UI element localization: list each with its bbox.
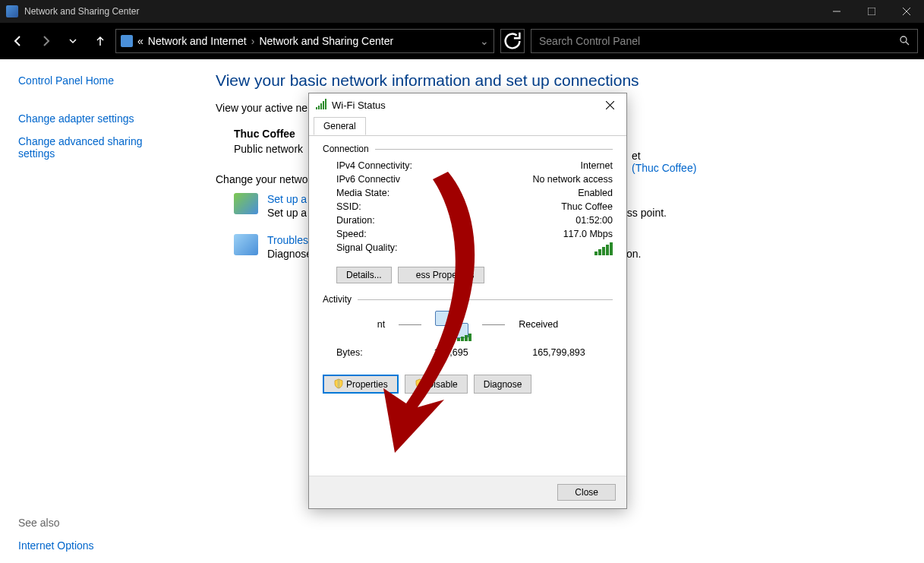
search-icon xyxy=(899,35,910,48)
speed-label: Speed: xyxy=(336,229,563,239)
close-dialog-button[interactable]: Close xyxy=(557,484,616,501)
location-icon xyxy=(121,35,133,47)
signal-value xyxy=(594,242,613,258)
setup-link[interactable]: Set up a xyxy=(267,193,307,205)
sidebar-home[interactable]: Control Panel Home xyxy=(18,74,179,87)
svg-rect-9 xyxy=(323,101,324,109)
up-button[interactable] xyxy=(88,29,112,53)
svg-rect-10 xyxy=(325,99,326,109)
ssid-value: Thuc Coffee xyxy=(561,201,613,212)
properties-button[interactable]: Properties xyxy=(323,375,399,394)
svg-rect-1 xyxy=(868,8,875,15)
setup-desc: Set up a xyxy=(267,207,307,219)
svg-rect-7 xyxy=(318,106,320,109)
app-icon xyxy=(6,5,18,17)
wifi-status-dialog: Wi-Fi Status General Connection IPv4 Con… xyxy=(308,93,627,509)
search-input[interactable]: Search Control Panel xyxy=(531,29,918,53)
bytes-received: 165,799,893 xyxy=(505,347,613,358)
wireless-properties-button[interactable]: Wess Properties xyxy=(398,267,484,283)
svg-rect-6 xyxy=(316,107,317,109)
sent-label: nt xyxy=(377,319,385,330)
tab-general[interactable]: General xyxy=(314,117,366,135)
signal-bars-small-icon xyxy=(457,334,471,341)
received-label: Received xyxy=(519,319,558,330)
troubleshoot-desc-tail: on. xyxy=(626,248,641,260)
troubleshoot-link[interactable]: Troubles xyxy=(267,234,308,246)
signal-bars-icon xyxy=(594,242,613,255)
dialog-title: Wi-Fi Status xyxy=(332,100,599,111)
close-button[interactable] xyxy=(889,0,924,23)
duration-value: 01:52:00 xyxy=(576,215,613,226)
setup-desc-tail: ess point. xyxy=(621,207,667,219)
wifi-icon xyxy=(315,99,327,111)
ipv4-label: IPv4 Connectivity: xyxy=(336,160,581,171)
breadcrumb-sep: › xyxy=(251,35,255,47)
window-title: Network and Sharing Center xyxy=(24,6,819,17)
signal-label: Signal Quality: xyxy=(336,242,594,258)
ipv4-value: Internet xyxy=(581,160,613,171)
disable-button[interactable]: Disable xyxy=(405,375,468,394)
bytes-label: Bytes: xyxy=(336,347,397,358)
setup-icon xyxy=(234,193,258,214)
activity-row: nt Received xyxy=(323,311,613,338)
back-button[interactable] xyxy=(6,29,30,53)
minimize-button[interactable] xyxy=(819,0,854,23)
duration-label: Duration: xyxy=(336,215,576,226)
dialog-titlebar: Wi-Fi Status xyxy=(309,93,626,116)
media-label: Media State: xyxy=(336,188,578,198)
troubleshoot-icon xyxy=(234,234,258,255)
ipv6-label: IPv6 Connectiv xyxy=(336,174,532,185)
see-also-label: See also xyxy=(18,517,179,529)
connection-group: Connection xyxy=(323,144,613,154)
ssid-label: SSID: xyxy=(336,201,561,212)
chevron-down-icon[interactable]: ⌄ xyxy=(480,35,489,47)
window-titlebar: Network and Sharing Center xyxy=(0,0,924,23)
breadcrumb-1[interactable]: Network and Internet xyxy=(148,35,247,47)
refresh-button[interactable] xyxy=(500,29,525,53)
shield-icon xyxy=(333,378,344,389)
connections-fragment: et (Thuc Coffee) xyxy=(632,150,696,174)
address-bar[interactable]: « Network and Internet › Network and Sha… xyxy=(115,29,494,53)
sidebar-advanced[interactable]: Change advanced sharing settings xyxy=(18,135,179,160)
search-placeholder: Search Control Panel xyxy=(539,35,640,47)
svg-point-4 xyxy=(900,36,907,43)
dialog-close-button[interactable] xyxy=(599,94,620,115)
recent-dropdown[interactable] xyxy=(61,29,85,53)
details-button[interactable]: Details... xyxy=(336,267,392,283)
dialog-body: Connection IPv4 Connectivity:Internet IP… xyxy=(309,136,626,403)
shield-icon xyxy=(415,378,425,389)
breadcrumb-prefix: « xyxy=(137,35,143,47)
forward-button[interactable] xyxy=(33,29,58,53)
maximize-button[interactable] xyxy=(854,0,889,23)
sidebar-inet-options[interactable]: Internet Options xyxy=(18,539,179,552)
media-value: Enabled xyxy=(578,188,613,198)
page-heading: View your basic network information and … xyxy=(216,71,906,90)
dialog-footer: Close xyxy=(309,476,626,508)
svg-rect-8 xyxy=(320,103,322,109)
toolbar: « Network and Internet › Network and Sha… xyxy=(0,23,924,59)
ipv6-value: No network access xyxy=(532,174,613,185)
bytes-sent: 173,695 xyxy=(397,347,505,358)
troubleshoot-desc: Diagnose xyxy=(267,248,312,260)
breadcrumb-2[interactable]: Network and Sharing Center xyxy=(259,35,393,47)
speed-value: 117.0 Mbps xyxy=(563,229,613,239)
sidebar-adapter[interactable]: Change adapter settings xyxy=(18,112,179,125)
svg-line-5 xyxy=(906,42,909,45)
sidebar: Control Panel Home Change adapter settin… xyxy=(0,59,197,563)
connection-link[interactable]: (Thuc Coffee) xyxy=(632,162,696,174)
activity-group: Activity xyxy=(323,294,613,305)
tab-strip: General xyxy=(309,116,626,136)
activity-monitors-icon xyxy=(435,311,468,338)
diagnose-button[interactable]: Diagnose xyxy=(474,375,532,394)
